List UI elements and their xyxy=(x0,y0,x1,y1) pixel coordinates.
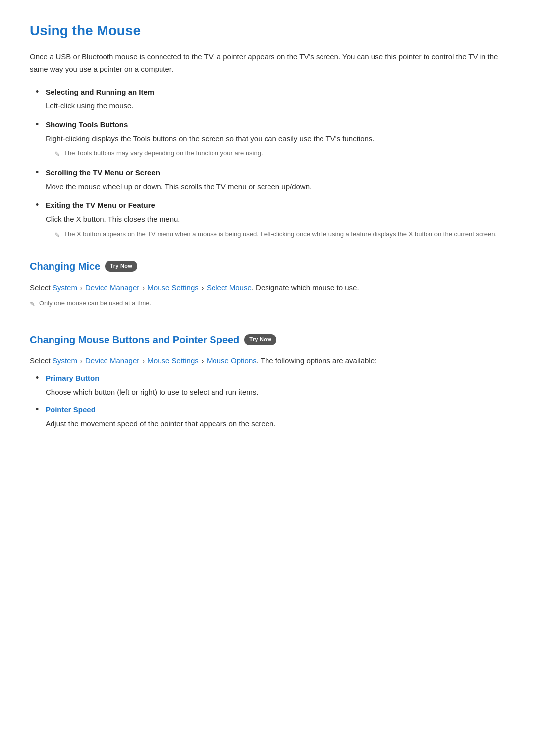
pencil-icon: ✎ xyxy=(54,150,60,160)
breadcrumb-mouse-settings-2[interactable]: Mouse Settings xyxy=(147,356,198,365)
bullet-term: Exiting the TV Menu or Feature xyxy=(46,200,505,211)
changing-mice-note: ✎ Only one mouse can be used at a time. xyxy=(30,299,505,310)
breadcrumb-system-2[interactable]: System xyxy=(53,356,77,365)
changing-mice-heading: Changing Mice Try Now xyxy=(30,258,505,274)
breadcrumb-suffix-text-2: The following options are available: xyxy=(261,356,376,365)
breadcrumb-suffix-text: Designate which mouse to use. xyxy=(256,283,359,292)
chevron-icon-4: › xyxy=(202,357,206,365)
list-item: Exiting the TV Menu or Feature Click the… xyxy=(35,200,505,241)
bullet-desc: Right-clicking displays the Tools button… xyxy=(46,134,374,143)
chevron-icon-2: › xyxy=(80,357,84,365)
pencil-icon: ✎ xyxy=(54,230,60,241)
bullet-desc: Left-click using the mouse. xyxy=(46,101,134,110)
note-text: The Tools buttons may vary depending on … xyxy=(64,149,263,158)
changing-mice-breadcrumb: Select System › Device Manager › Mouse S… xyxy=(30,281,505,294)
chevron-icon: › xyxy=(202,284,206,292)
breadcrumb-period: . xyxy=(252,283,254,292)
breadcrumb-prefix: Select xyxy=(30,283,51,292)
breadcrumb-period-2: . xyxy=(257,356,259,365)
intro-paragraph: Once a USB or Bluetooth mouse is connect… xyxy=(30,51,505,76)
bullet-desc: Move the mouse wheel up or down. This sc… xyxy=(46,182,312,191)
bullet-term: Scrolling the TV Menu or Screen xyxy=(46,167,505,179)
bullet-desc: Click the X button. This closes the menu… xyxy=(46,215,180,223)
primary-button-desc: Choose which button (left or right) to u… xyxy=(46,388,258,396)
breadcrumb-system[interactable]: System xyxy=(53,283,77,292)
primary-button-term: Primary Button xyxy=(46,372,505,384)
list-item: Showing Tools Buttons Right-clicking dis… xyxy=(35,119,505,160)
breadcrumb-device-manager[interactable]: Device Manager xyxy=(85,283,139,292)
bullet-term: Selecting and Running an Item xyxy=(46,86,505,98)
chevron-icon: › xyxy=(142,284,146,292)
breadcrumb-mouse-options[interactable]: Mouse Options xyxy=(207,356,257,365)
note-block: ✎ The X button appears on the TV menu wh… xyxy=(54,229,505,241)
list-item: Selecting and Running an Item Left-click… xyxy=(35,86,505,112)
list-item-pointer-speed: Pointer Speed Adjust the movement speed … xyxy=(35,404,505,430)
changing-mice-title: Changing Mice xyxy=(30,258,100,274)
mouse-buttons-title: Changing Mouse Buttons and Pointer Speed xyxy=(30,332,239,348)
bullet-term: Showing Tools Buttons xyxy=(46,119,505,131)
breadcrumb-select-mouse[interactable]: Select Mouse xyxy=(207,283,252,292)
list-item: Scrolling the TV Menu or Screen Move the… xyxy=(35,167,505,193)
pencil-icon: ✎ xyxy=(30,300,35,310)
mouse-options-list: Primary Button Choose which button (left… xyxy=(35,372,505,430)
chevron-icon: › xyxy=(80,284,84,292)
using-mouse-list: Selecting and Running an Item Left-click… xyxy=(35,86,505,241)
pointer-speed-term: Pointer Speed xyxy=(46,404,505,416)
mouse-buttons-breadcrumb: Select System › Device Manager › Mouse S… xyxy=(30,354,505,367)
breadcrumb-device-manager-2[interactable]: Device Manager xyxy=(85,356,139,365)
chevron-icon-3: › xyxy=(142,357,146,365)
note-text: Only one mouse can be used at a time. xyxy=(39,299,151,308)
note-text: The X button appears on the TV menu when… xyxy=(64,229,497,239)
pointer-speed-desc: Adjust the movement speed of the pointer… xyxy=(46,419,275,428)
list-item-primary-button: Primary Button Choose which button (left… xyxy=(35,372,505,398)
try-now-badge-2[interactable]: Try Now xyxy=(244,334,276,345)
page-title: Using the Mouse xyxy=(30,20,505,42)
note-block: ✎ The Tools buttons may vary depending o… xyxy=(54,149,505,160)
mouse-buttons-heading: Changing Mouse Buttons and Pointer Speed… xyxy=(30,332,505,348)
breadcrumb-prefix-2: Select xyxy=(30,356,51,365)
try-now-badge[interactable]: Try Now xyxy=(105,261,137,272)
breadcrumb-mouse-settings[interactable]: Mouse Settings xyxy=(147,283,198,292)
